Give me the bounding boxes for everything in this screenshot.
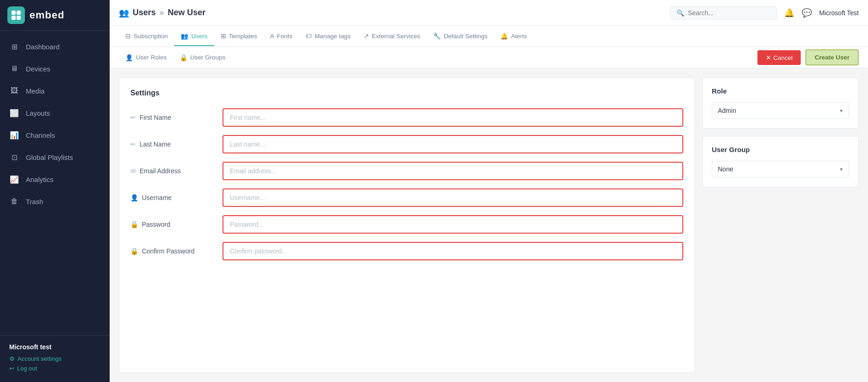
tab-navigation: ⊟ Subscription 👥 Users ⊞ Templates A Fon… [110,26,868,47]
username-input[interactable] [223,188,683,207]
tab-users-label: Users [191,33,207,40]
sidebar-item-dashboard[interactable]: ⊞ Dashboard [0,35,110,58]
logout-link[interactable]: ↩ Log out [9,365,100,372]
main-content: 👥 Users » New User 🔍 🔔 💬 Microsoft Test … [110,0,868,382]
first-name-icon: ✏ [130,114,136,121]
svg-rect-1 [17,11,21,15]
account-settings-link[interactable]: ⚙ Account settings [9,355,100,362]
notification-icon[interactable]: 🔔 [784,8,794,18]
sidebar-item-label: Media [26,87,45,95]
devices-icon: 🖥 [9,64,19,74]
sidebar-nav: ⊞ Dashboard 🖥 Devices 🖼 Media ⬜ Layouts … [0,31,110,335]
sidebar-item-label: Trash [26,198,43,206]
cancel-button[interactable]: ✕ Cancel [757,50,801,65]
tab-fonts[interactable]: A Fonts [264,27,299,46]
settings-icon: ⚙ [9,355,15,362]
tab-default-settings-label: Default Settings [444,33,487,40]
tab-users[interactable]: 👥 Users [174,27,214,46]
search-bar: 🔍 [670,6,777,19]
sub-nav-left: 👤 User Roles 🔒 User Groups [119,48,232,67]
search-icon: 🔍 [676,9,684,17]
user-group-select[interactable]: None Group A Group B [712,161,849,177]
username-icon: 👤 [130,194,138,201]
tab-users-icon: 👥 [181,32,188,40]
default-settings-icon: 🔧 [433,32,441,40]
sidebar-item-devices[interactable]: 🖥 Devices [0,58,110,80]
alerts-icon: 🔔 [500,32,508,40]
sidebar-item-layouts[interactable]: ⬜ Layouts [0,102,110,124]
sidebar-item-label: Dashboard [26,43,59,51]
tab-external-services[interactable]: ↗ External Services [357,27,427,46]
external-services-icon: ↗ [364,32,369,40]
username-label: 👤 Username [130,194,223,201]
sidebar-item-trash[interactable]: 🗑 Trash [0,190,110,212]
layouts-icon: ⬜ [9,108,19,118]
sidebar-item-analytics[interactable]: 📈 Analytics [0,168,110,190]
sub-nav-user-roles[interactable]: 👤 User Roles [119,48,173,67]
first-name-label: ✏ First Name [130,114,223,121]
password-icon: 🔒 [130,221,138,228]
tab-templates-label: Templates [229,33,258,40]
password-label: 🔒 Password [130,221,223,228]
sidebar-item-label: Analytics [26,176,53,183]
username-row: 👤 Username [130,188,683,207]
content-area: Settings ✏ First Name ✏ Last Name [110,68,868,382]
last-name-label: ✏ Last Name [130,141,223,148]
sidebar-item-label: Channels [26,131,55,139]
tab-templates[interactable]: ⊞ Templates [214,27,264,46]
tab-alerts-label: Alerts [511,33,527,40]
chat-icon[interactable]: 💬 [802,8,812,18]
sidebar-logo: embed [0,0,110,31]
email-icon: ✉ [130,167,136,175]
tags-icon: 🏷 [305,33,312,40]
header-icons: 🔔 💬 [784,8,812,18]
tab-subscription-label: Subscription [134,33,168,40]
tab-default-settings[interactable]: 🔧 Default Settings [427,27,494,46]
sidebar-item-label: Global Playlists [26,153,73,161]
sidebar-footer: Microsoft test ⚙ Account settings ↩ Log … [0,335,110,382]
email-input[interactable] [223,162,683,180]
confirm-password-icon: 🔒 [130,247,138,255]
sub-nav-user-roles-label: User Roles [136,54,167,61]
email-row: ✉ Email Address [130,162,683,180]
first-name-row: ✏ First Name [130,108,683,127]
search-input[interactable] [688,9,771,17]
sub-nav-user-groups[interactable]: 🔒 User Groups [173,48,232,67]
create-user-button[interactable]: Create User [805,49,859,65]
sidebar: embed ⊞ Dashboard 🖥 Devices 🖼 Media ⬜ La… [0,0,110,382]
sidebar-username: Microsoft test [9,343,100,351]
last-name-input[interactable] [223,135,683,153]
account-settings-label: Account settings [18,355,61,362]
confirm-password-input[interactable] [223,242,683,260]
sidebar-item-channels[interactable]: 📊 Channels [0,124,110,146]
role-card-title: Role [712,87,849,95]
sidebar-item-media[interactable]: 🖼 Media [0,80,110,102]
sidebar-item-label: Layouts [26,109,50,117]
password-input[interactable] [223,215,683,234]
global-playlists-icon: ⊡ [9,152,19,162]
media-icon: 🖼 [9,86,19,96]
logout-icon: ↩ [9,365,14,372]
last-name-row: ✏ Last Name [130,135,683,153]
user-groups-icon: 🔒 [180,54,188,61]
tab-fonts-label: Fonts [277,33,293,40]
email-label: ✉ Email Address [130,167,223,175]
last-name-icon: ✏ [130,141,136,148]
tab-manage-tags[interactable]: 🏷 Manage tags [299,27,357,46]
tab-external-services-label: External Services [372,33,420,40]
tab-manage-tags-label: Manage tags [315,33,351,40]
role-select[interactable]: Admin Editor Viewer [712,102,849,119]
role-panel: Role Admin Editor Viewer User Group None… [702,77,859,373]
header-username: Microsoft Test [819,9,859,17]
sub-nav-right: ✕ Cancel Create User [757,49,859,65]
confirm-password-label: 🔒 Confirm Password [130,247,223,255]
sidebar-item-global-playlists[interactable]: ⊡ Global Playlists [0,146,110,168]
logo-icon [7,6,25,24]
settings-panel: Settings ✏ First Name ✏ Last Name [119,77,695,373]
tab-subscription[interactable]: ⊟ Subscription [119,27,174,46]
role-select-wrapper: Admin Editor Viewer [712,102,849,119]
header-user: Microsoft Test [819,9,859,17]
tab-alerts[interactable]: 🔔 Alerts [494,27,534,46]
first-name-input[interactable] [223,108,683,127]
templates-icon: ⊞ [221,32,226,40]
